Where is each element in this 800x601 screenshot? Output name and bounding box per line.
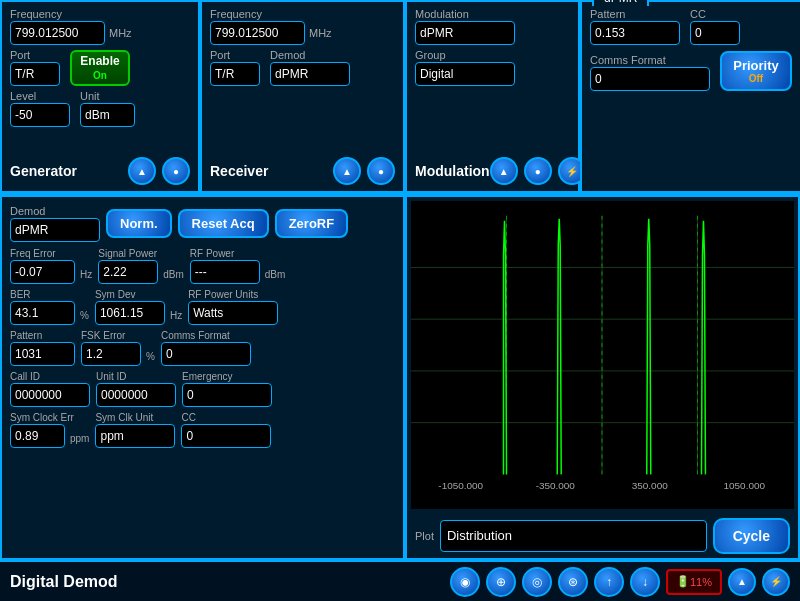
svg-text:1050.000: 1050.000 bbox=[724, 480, 766, 491]
pattern-label: Pattern bbox=[10, 330, 75, 341]
signal-power-unit: dBm bbox=[163, 269, 184, 280]
rec-freq-label: Frequency bbox=[210, 8, 332, 20]
cc-value: 0 bbox=[181, 424, 271, 448]
svg-text:350.000: 350.000 bbox=[632, 480, 668, 491]
plot-label: Plot bbox=[415, 530, 434, 542]
modulation-panel: Modulation Group Modulation ▲ ● ⚡ bbox=[405, 0, 580, 193]
dpmr-pattern-input[interactable] bbox=[590, 21, 680, 45]
footer-icon-6[interactable]: ↓ bbox=[630, 567, 660, 597]
svg-text:-1050.000: -1050.000 bbox=[438, 480, 483, 491]
mod-input[interactable] bbox=[415, 21, 515, 45]
modulation-title: Modulation bbox=[415, 163, 490, 179]
rf-power-value: --- bbox=[190, 260, 260, 284]
generator-title: Generator bbox=[10, 163, 77, 179]
spectrum-panel: -1050.000 -350.000 350.000 1050.000 Plot… bbox=[405, 195, 800, 560]
unit-id-value: 0000000 bbox=[96, 383, 176, 407]
svg-text:-350.000: -350.000 bbox=[536, 480, 576, 491]
measurement-panel: Demod Norm. Reset Acq ZeroRF Freq Error … bbox=[0, 195, 405, 560]
rf-power-label: RF Power bbox=[190, 248, 286, 259]
footer-icon-2[interactable]: ⊕ bbox=[486, 567, 516, 597]
plot-input[interactable] bbox=[440, 520, 707, 552]
receiver-title: Receiver bbox=[210, 163, 268, 179]
call-id-value: 0000000 bbox=[10, 383, 90, 407]
footer-bar: Digital Demod ◉ ⊕ ◎ ⊛ ↑ ↓ 🔋 11% ▲ ⚡ bbox=[0, 560, 800, 601]
footer-title: Digital Demod bbox=[10, 573, 118, 591]
footer-icon-1[interactable]: ◉ bbox=[450, 567, 480, 597]
emergency-label: Emergency bbox=[182, 371, 272, 382]
sym-clk-unit: ppm bbox=[70, 433, 89, 444]
rec-port-input[interactable] bbox=[210, 62, 260, 86]
rf-power-unit: dBm bbox=[265, 269, 286, 280]
rec-nav-down[interactable]: ● bbox=[367, 157, 395, 185]
ber-label: BER bbox=[10, 289, 89, 300]
gen-freq-label: Frequency bbox=[10, 8, 132, 20]
sym-dev-label: Sym Dev bbox=[95, 289, 182, 300]
gen-nav-down[interactable]: ● bbox=[162, 157, 190, 185]
call-id-label: Call ID bbox=[10, 371, 90, 382]
cc-label: CC bbox=[181, 412, 271, 423]
mod-nav-up[interactable]: ▲ bbox=[490, 157, 518, 185]
dpmr-cc-label: CC bbox=[690, 8, 740, 20]
signal-power-value: 2.22 bbox=[98, 260, 158, 284]
gen-unit-input[interactable] bbox=[80, 103, 135, 127]
gen-freq-unit: MHz bbox=[109, 27, 132, 39]
fsk-label: FSK Error bbox=[81, 330, 155, 341]
dpmr-tab: dPMR bbox=[592, 0, 649, 6]
receiver-panel: Frequency MHz Port Demod Receiver ▲ ● bbox=[200, 0, 405, 193]
rec-freq-input[interactable] bbox=[210, 21, 305, 45]
generator-panel: Frequency MHz Port Enable On Level bbox=[0, 0, 200, 193]
battery-indicator: 🔋 11% bbox=[666, 569, 722, 595]
footer-icon-4[interactable]: ⊛ bbox=[558, 567, 588, 597]
mod-group-input[interactable] bbox=[415, 62, 515, 86]
cycle-button[interactable]: Cycle bbox=[713, 518, 790, 554]
footer-nav-1[interactable]: ▲ bbox=[728, 568, 756, 596]
signal-power-label: Signal Power bbox=[98, 248, 184, 259]
reset-acq-button[interactable]: Reset Acq bbox=[178, 209, 269, 238]
mod-nav-down[interactable]: ● bbox=[524, 157, 552, 185]
dpmr-cc-input[interactable] bbox=[690, 21, 740, 45]
norm-button[interactable]: Norm. bbox=[106, 209, 172, 238]
footer-icon-5[interactable]: ↑ bbox=[594, 567, 624, 597]
rec-port-label: Port bbox=[210, 49, 260, 61]
spectrum-display: -1050.000 -350.000 350.000 1050.000 bbox=[411, 201, 794, 509]
ber-value: 43.1 bbox=[10, 301, 75, 325]
rec-freq-unit: MHz bbox=[309, 27, 332, 39]
demod-input[interactable] bbox=[10, 218, 100, 242]
ber-unit: % bbox=[80, 310, 89, 321]
spectrum-svg: -1050.000 -350.000 350.000 1050.000 bbox=[411, 201, 794, 509]
rec-demod-input[interactable] bbox=[270, 62, 350, 86]
gen-level-input[interactable] bbox=[10, 103, 70, 127]
rf-power-units-label: RF Power Units bbox=[188, 289, 278, 300]
mod-group-label: Group bbox=[415, 49, 570, 61]
pattern-value: 1031 bbox=[10, 342, 75, 366]
dpmr-pattern-label: Pattern bbox=[590, 8, 680, 20]
gen-port-label: Port bbox=[10, 49, 60, 61]
footer-icons: ◉ ⊕ ◎ ⊛ ↑ ↓ 🔋 11% ▲ ⚡ bbox=[450, 567, 790, 597]
gen-nav-up[interactable]: ▲ bbox=[128, 157, 156, 185]
rec-demod-label: Demod bbox=[270, 49, 350, 61]
freq-error-label: Freq Error bbox=[10, 248, 92, 259]
rec-nav-up[interactable]: ▲ bbox=[333, 157, 361, 185]
priority-button[interactable]: Priority Off bbox=[720, 51, 792, 91]
emergency-value: 0 bbox=[182, 383, 272, 407]
demod-label: Demod bbox=[10, 205, 100, 217]
fsk-value: 1.2 bbox=[81, 342, 141, 366]
sym-dev-unit: Hz bbox=[170, 310, 182, 321]
gen-level-label: Level bbox=[10, 90, 70, 102]
comms-format-value: 0 bbox=[161, 342, 251, 366]
rf-power-units-value: Watts bbox=[188, 301, 278, 325]
sym-clk-unit-label: Sym Clk Unit bbox=[95, 412, 175, 423]
gen-unit-label: Unit bbox=[80, 90, 135, 102]
footer-nav-2[interactable]: ⚡ bbox=[762, 568, 790, 596]
unit-id-label: Unit ID bbox=[96, 371, 176, 382]
sym-clk-unit-value: ppm bbox=[95, 424, 175, 448]
gen-port-input[interactable] bbox=[10, 62, 60, 86]
sym-dev-value: 1061.15 bbox=[95, 301, 165, 325]
enable-button[interactable]: Enable On bbox=[70, 50, 130, 86]
dpmr-comms-input[interactable] bbox=[590, 67, 710, 91]
comms-format-label: Comms Format bbox=[161, 330, 251, 341]
zerorf-button[interactable]: ZeroRF bbox=[275, 209, 349, 238]
footer-icon-3[interactable]: ◎ bbox=[522, 567, 552, 597]
gen-freq-input[interactable] bbox=[10, 21, 105, 45]
fsk-unit: % bbox=[146, 351, 155, 362]
